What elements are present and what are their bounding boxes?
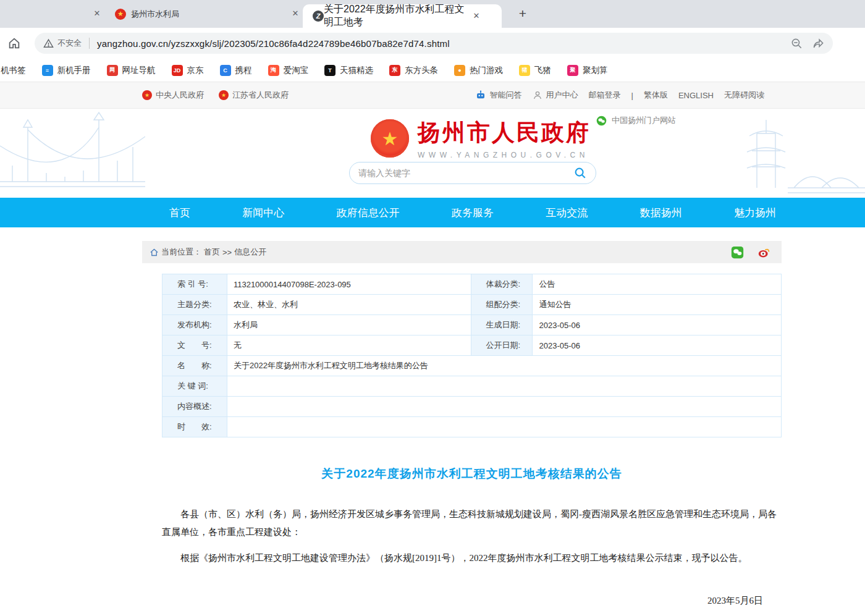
site-search (349, 162, 596, 184)
home-small-icon (150, 248, 159, 257)
weibo-share-icon[interactable] (757, 246, 770, 259)
url-text[interactable]: yangzhou.gov.cn/yzszxxgk/slj/202305/210c… (97, 38, 450, 49)
site-name: 扬州市人民政府 (418, 117, 591, 148)
games-icon: ● (454, 65, 465, 76)
share-icon[interactable] (812, 38, 824, 49)
traditional-chinese-link[interactable]: 繁体版 (644, 90, 668, 101)
table-row: 内容概述: (162, 397, 782, 417)
site-favicon: Z (313, 11, 324, 22)
tmall-icon: T (324, 65, 335, 76)
ctrip-icon: C (220, 65, 231, 76)
tab-active-announcement[interactable]: Z 关于2022年度扬州市水利工程文明工地考 ✕ (303, 4, 502, 28)
table-row: 时 效: (162, 417, 782, 437)
bookmark-fliggy[interactable]: 猪 飞猪 (519, 65, 551, 76)
bookmark-phone-bookmarks[interactable]: 机书签 (0, 65, 26, 76)
nav-gov-services[interactable]: 政务服务 (452, 206, 494, 220)
url-nav-icon: 网 (107, 65, 118, 76)
user-center-link[interactable]: 用户中心 (533, 90, 578, 101)
breadcrumb: 当前位置： 首页 >> 信息公开 (142, 241, 782, 263)
content-container: 当前位置： 首页 >> 信息公开 索 (142, 241, 782, 616)
wechat-icon (596, 116, 607, 126)
gov-emblem-icon: ★ (142, 90, 152, 100)
accessibility-link[interactable]: 无障碍阅读 (724, 90, 764, 101)
english-link[interactable]: ENGLISH (678, 91, 714, 100)
link-central-government[interactable]: ★ 中央人民政府 (142, 90, 204, 101)
table-row: 文 号: 无 公开日期: 2023-05-06 (162, 335, 782, 356)
bookmark-url-nav[interactable]: 网 网址导航 (107, 65, 156, 76)
mail-login-link[interactable]: 邮箱登录 (589, 90, 621, 101)
zoom-out-icon[interactable] (791, 38, 803, 49)
eastday-icon: 东 (389, 65, 400, 76)
close-icon[interactable]: ✕ (290, 8, 301, 19)
nav-gov-info-disclosure[interactable]: 政府信息公开 (337, 206, 400, 220)
fliggy-icon: 猪 (519, 65, 530, 76)
bookmark-eastday[interactable]: 东 东方头条 (389, 65, 438, 76)
close-icon[interactable]: ✕ (91, 8, 103, 19)
table-row: 索 引 号: 11321000014407098E-2023-095 体裁分类:… (162, 274, 782, 295)
bookmark-tmall[interactable]: T 天猫精选 (324, 65, 373, 76)
breadcrumb-label: 当前位置： (161, 247, 201, 258)
tab-title: 关于2022年度扬州市水利工程文明工地考 (324, 3, 471, 29)
divider (89, 38, 90, 49)
robot-icon (475, 90, 486, 101)
user-icon (533, 90, 542, 100)
tab-yangzhou-water-bureau[interactable]: ★ 扬州市水利局 ✕ (115, 0, 300, 28)
manual-icon: ≡ (42, 65, 53, 76)
document-meta-table: 索 引 号: 11321000014407098E-2023-095 体裁分类:… (162, 274, 782, 437)
juhuasuan-icon: 聚 (567, 65, 578, 76)
search-icon[interactable] (573, 166, 587, 180)
gov-emblem-favicon: ★ (115, 9, 126, 20)
taobao-icon: 淘 (268, 65, 279, 76)
nav-charm-yangzhou[interactable]: 魅力扬州 (734, 206, 776, 220)
bridge-sketch-decoration (0, 109, 145, 198)
nav-news-center[interactable]: 新闻中心 (242, 206, 284, 220)
main-navigation: 首页 新闻中心 政府信息公开 政务服务 互动交流 数据扬州 魅力扬州 (0, 198, 865, 227)
article-date: 2023年5月6日 (162, 592, 782, 610)
close-icon[interactable]: ✕ (471, 11, 482, 22)
article-title: 关于2022年度扬州市水利工程文明工地考核结果的公告 (162, 466, 782, 482)
wechat-share-icon[interactable] (731, 246, 744, 259)
bookmark-juhuasuan[interactable]: 聚 聚划算 (567, 65, 608, 76)
nav-data-yangzhou[interactable]: 数据扬州 (640, 206, 682, 220)
tab-title: 扬州市水利局 (131, 9, 179, 20)
article: 关于2022年度扬州市水利工程文明工地考核结果的公告 各县（市、区）水利（务）局… (162, 466, 782, 616)
jd-icon: JD (172, 65, 183, 76)
breadcrumb-current[interactable]: 信息公开 (234, 247, 266, 258)
breadcrumb-separator: >> (222, 248, 232, 257)
site-url: WWW.YANGZHOU.GOV.CN (418, 151, 591, 159)
bookmark-ctrip[interactable]: C 携程 (220, 65, 252, 76)
warning-triangle-icon[interactable] (43, 38, 54, 49)
table-row: 名 称: 关于2022年度扬州市水利工程文明工地考核结果的公告 (162, 356, 782, 376)
search-input[interactable] (358, 168, 573, 178)
site-logo[interactable]: ★ 扬州市人民政府 WWW.YANGZHOU.GOV.CN (371, 117, 591, 159)
portal-link[interactable]: 中国扬州门户网站 (596, 115, 676, 126)
address-bar[interactable]: 不安全 yangzhou.gov.cn/yzszxxgk/slj/202305/… (35, 33, 833, 54)
nav-home[interactable]: 首页 (169, 206, 190, 220)
table-row: 主题分类: 农业、林业、水利 组配分类: 通知公告 (162, 295, 782, 315)
bookmark-jd[interactable]: JD 京东 (172, 65, 204, 76)
browser-tab-strip: ✕ ★ 扬州市水利局 ✕ Z 关于2022年度扬州市水利工程文明工地考 ✕ + (0, 0, 865, 28)
bookmark-hot-games[interactable]: ● 热门游戏 (454, 65, 503, 76)
gov-emblem-icon: ★ (219, 90, 229, 100)
site-utility-bar: ★ 中央人民政府 ★ 江苏省人民政府 智能问答 用户 (0, 82, 865, 109)
security-label[interactable]: 不安全 (57, 38, 82, 49)
article-paragraph: 各县（市、区）水利（务）局，扬州经济开发区城乡事务管理局，生态科技新城规划建设局… (162, 505, 782, 541)
link-jiangsu-government[interactable]: ★ 江苏省人民政府 (219, 90, 289, 101)
table-row: 发布机构: 水利局 生成日期: 2023-05-06 (162, 315, 782, 335)
divider: | (631, 91, 633, 100)
bookmark-new-phone-manual[interactable]: ≡ 新机手册 (42, 65, 91, 76)
table-row: 关 键 词: (162, 376, 782, 397)
bookmarks-bar: 机书签 ≡ 新机手册 网 网址导航 JD 京东 C 携程 淘 爱淘宝 T 天猫精… (0, 59, 865, 82)
new-tab-button[interactable]: + (514, 6, 531, 23)
national-emblem-icon: ★ (371, 119, 409, 158)
home-icon[interactable] (7, 36, 21, 50)
smart-qa-link[interactable]: 智能问答 (475, 90, 522, 101)
article-paragraph: 根据《扬州市水利工程文明工地建设管理办法》（扬水规[2019]1号），2022年… (162, 549, 782, 567)
nav-interaction[interactable]: 互动交流 (546, 206, 588, 220)
breadcrumb-home-link[interactable]: 首页 (204, 247, 220, 258)
browser-toolbar: 不安全 yangzhou.gov.cn/yzszxxgk/slj/202305/… (0, 28, 865, 59)
site-header-banner: ★ 扬州市人民政府 WWW.YANGZHOU.GOV.CN 中国扬州门户网站 (0, 109, 865, 198)
bookmark-aitaobao[interactable]: 淘 爱淘宝 (268, 65, 309, 76)
pagoda-sketch-decoration (720, 109, 865, 198)
